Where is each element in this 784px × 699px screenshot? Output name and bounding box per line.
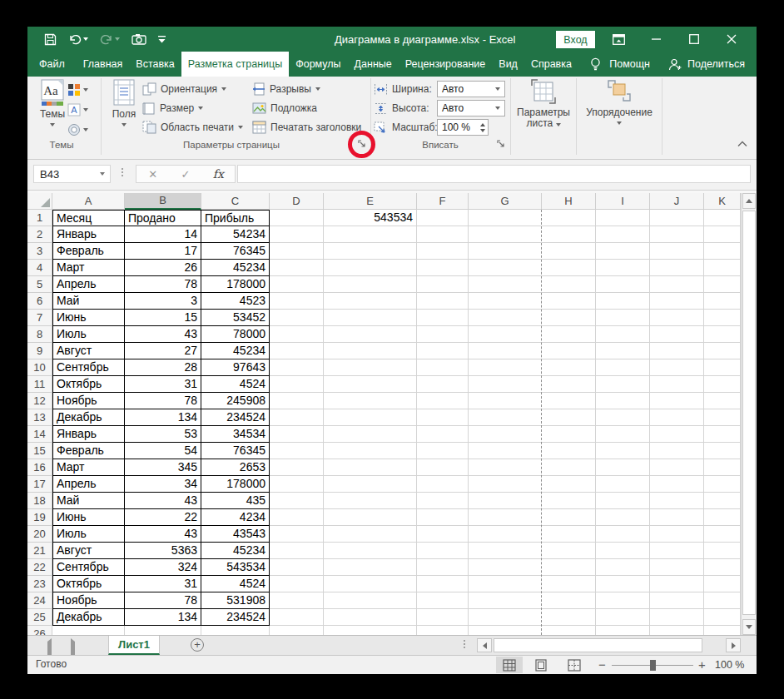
cell-A23[interactable]: Октябрь <box>52 576 125 592</box>
row-header-5[interactable]: 5 <box>27 276 52 293</box>
column-header-K[interactable]: K <box>704 193 741 210</box>
cell-C20[interactable]: 43543 <box>201 526 270 543</box>
fit-width-select[interactable]: Авто <box>437 81 505 97</box>
cell-F17[interactable] <box>417 476 469 493</box>
cell-I15[interactable] <box>596 443 650 459</box>
cell-B24[interactable]: 78 <box>125 592 201 609</box>
cell-J1[interactable] <box>650 210 704 226</box>
cell-J11[interactable] <box>650 376 704 393</box>
cell-E6[interactable] <box>324 293 417 310</box>
normal-view-button[interactable] <box>496 657 523 673</box>
row-header-15[interactable]: 15 <box>27 443 52 459</box>
ribbon-tab-5[interactable]: Формулы <box>289 52 347 77</box>
cell-I14[interactable] <box>596 426 650 443</box>
cell-E5[interactable] <box>324 276 417 293</box>
cell-D18[interactable] <box>270 493 324 509</box>
cell-F10[interactable] <box>417 359 469 376</box>
cell-B4[interactable]: 26 <box>125 260 201 276</box>
row-header-25[interactable]: 25 <box>27 609 52 626</box>
cell-A11[interactable]: Октябрь <box>52 376 125 393</box>
cell-J13[interactable] <box>650 409 704 426</box>
cell-E21[interactable] <box>324 543 417 559</box>
cell-B11[interactable]: 31 <box>125 376 201 393</box>
cell-F21[interactable] <box>417 543 469 559</box>
cell-F26[interactable] <box>417 626 469 635</box>
zoom-slider-thumb[interactable] <box>650 660 656 671</box>
cell-B25[interactable]: 134 <box>125 609 201 626</box>
sheet[interactable]: ABCDEFGHIJK1МесяцПроданоПрибыль5435342Ян… <box>27 193 741 635</box>
scroll-down-button[interactable] <box>742 619 756 635</box>
cell-C10[interactable]: 97643 <box>201 359 270 376</box>
cell-B6[interactable]: 3 <box>125 293 201 310</box>
cell-I9[interactable] <box>596 343 650 359</box>
cell-B26[interactable] <box>125 626 201 635</box>
cell-K1[interactable] <box>704 210 741 226</box>
column-header-G[interactable]: G <box>469 193 542 210</box>
cell-A2[interactable]: Январь <box>52 226 125 243</box>
cell-C4[interactable]: 45234 <box>201 260 270 276</box>
cell-F2[interactable] <box>417 226 469 243</box>
cell-G22[interactable] <box>469 559 542 576</box>
cell-H14[interactable] <box>542 426 596 443</box>
cell-A18[interactable]: Май <box>52 493 125 509</box>
cell-J4[interactable] <box>650 260 704 276</box>
cell-A10[interactable]: Сентябрь <box>52 359 125 376</box>
cell-A20[interactable]: Июль <box>52 526 125 543</box>
cell-I17[interactable] <box>596 476 650 493</box>
cell-J23[interactable] <box>650 576 704 592</box>
cell-G11[interactable] <box>469 376 542 393</box>
cell-I25[interactable] <box>596 609 650 626</box>
cell-K2[interactable] <box>704 226 741 243</box>
cell-D26[interactable] <box>270 626 324 635</box>
ribbon-tab-3[interactable]: Вставка <box>129 52 181 77</box>
cell-D11[interactable] <box>270 376 324 393</box>
cell-F22[interactable] <box>417 559 469 576</box>
cell-K26[interactable] <box>704 626 741 635</box>
cell-K14[interactable] <box>704 426 741 443</box>
cell-E7[interactable] <box>324 310 417 326</box>
cell-E9[interactable] <box>324 343 417 359</box>
cell-F24[interactable] <box>417 592 469 609</box>
print-titles-button[interactable]: Печатать заголовки <box>252 118 361 136</box>
row-header-26[interactable]: 26 <box>27 626 52 635</box>
cell-E1[interactable]: 543534 <box>324 210 417 226</box>
insert-function-button[interactable]: fx <box>202 167 235 181</box>
cell-F16[interactable] <box>417 459 469 476</box>
cell-B20[interactable]: 43 <box>125 526 201 543</box>
cell-A8[interactable]: Июль <box>52 326 125 343</box>
cell-H4[interactable] <box>542 260 596 276</box>
cell-I4[interactable] <box>596 260 650 276</box>
cell-K11[interactable] <box>704 376 741 393</box>
cell-F8[interactable] <box>417 326 469 343</box>
cell-G25[interactable] <box>469 609 542 626</box>
cell-A7[interactable]: Июнь <box>52 310 125 326</box>
cell-I12[interactable] <box>596 393 650 409</box>
margins-button[interactable]: Поля <box>108 79 140 126</box>
cell-H11[interactable] <box>542 376 596 393</box>
cell-B23[interactable]: 31 <box>125 576 201 592</box>
cell-I2[interactable] <box>596 226 650 243</box>
themes-button[interactable]: Aa Темы <box>34 79 71 126</box>
cell-C15[interactable]: 76345 <box>201 443 270 459</box>
cell-G2[interactable] <box>469 226 542 243</box>
row-header-16[interactable]: 16 <box>27 459 52 476</box>
row-header-12[interactable]: 12 <box>27 393 52 409</box>
cell-G17[interactable] <box>469 476 542 493</box>
cell-I23[interactable] <box>596 576 650 592</box>
column-header-C[interactable]: C <box>201 193 270 210</box>
cell-H22[interactable] <box>542 559 596 576</box>
cell-D14[interactable] <box>270 426 324 443</box>
cell-C18[interactable]: 435 <box>201 493 270 509</box>
cell-I16[interactable] <box>596 459 650 476</box>
ribbon-tab-2[interactable]: Главная <box>77 52 130 77</box>
cell-C16[interactable]: 2653 <box>201 459 270 476</box>
cell-E25[interactable] <box>324 609 417 626</box>
zoom-level[interactable]: 100 % <box>715 659 744 671</box>
cell-C23[interactable]: 4524 <box>201 576 270 592</box>
breaks-button[interactable]: Разрывы <box>252 80 320 98</box>
cell-F25[interactable] <box>417 609 469 626</box>
column-header-D[interactable]: D <box>270 193 324 210</box>
row-header-19[interactable]: 19 <box>27 509 52 526</box>
cell-C5[interactable]: 178000 <box>201 276 270 293</box>
formula-input[interactable] <box>237 165 751 183</box>
